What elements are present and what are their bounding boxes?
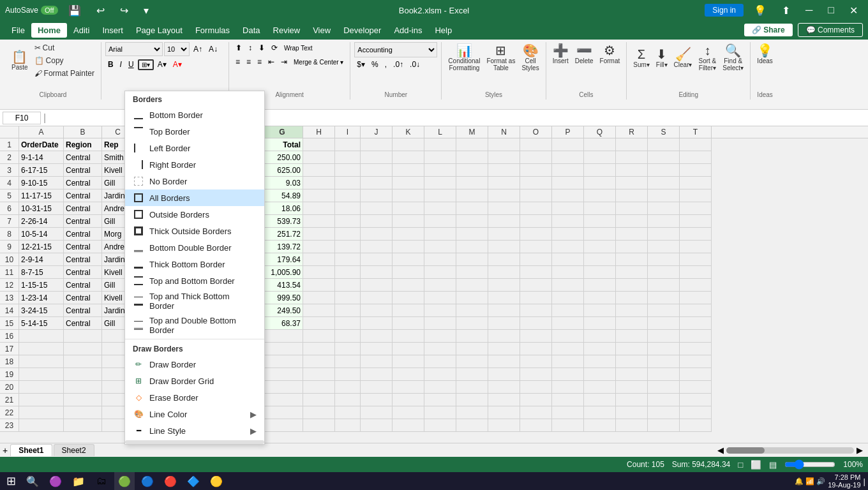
bottom-double-border-item[interactable]: Bottom Double Border [125,239,264,256]
list-item[interactable] [303,177,335,189]
top-double-bottom-border-item[interactable]: Top and Double Bottom Border [125,313,264,338]
list-item[interactable] [648,343,680,355]
borders-button[interactable]: ⊞▾ [138,59,154,70]
taskbar-cortana-icon[interactable]: 🟣 [45,472,66,490]
list-item[interactable] [648,202,680,215]
list-item[interactable] [488,151,520,164]
list-item[interactable] [424,355,456,368]
list-item[interactable] [648,138,680,151]
maximize-button[interactable]: □ [823,3,839,17]
bold-button[interactable]: B [105,59,116,70]
scroll-right-button[interactable]: ▶ [857,445,863,455]
list-item[interactable]: 12-21-15 [19,241,64,253]
list-item[interactable] [488,228,520,241]
list-item[interactable]: 413.54 [262,279,303,292]
list-item[interactable] [303,343,335,355]
list-item[interactable] [552,394,584,406]
list-item[interactable] [520,317,552,330]
list-item[interactable] [424,368,456,381]
list-item[interactable] [552,355,584,368]
list-item[interactable] [303,355,335,368]
list-item[interactable] [680,228,712,241]
list-item[interactable] [335,151,361,164]
list-item[interactable] [680,317,712,330]
list-item[interactable] [19,368,64,381]
row-number-20[interactable]: 20 [0,381,19,394]
list-item[interactable]: Central [64,228,102,241]
list-item[interactable]: Central [64,253,102,266]
col-header-O[interactable]: O [520,126,552,138]
list-item[interactable] [361,177,393,189]
paste-button[interactable]: 📋 Paste [9,48,31,73]
list-item[interactable] [680,355,712,368]
list-item[interactable] [335,317,361,330]
list-item[interactable] [335,406,361,419]
list-item[interactable] [680,266,712,279]
list-item[interactable] [616,215,648,228]
list-item[interactable] [648,177,680,189]
list-item[interactable] [361,189,393,202]
list-item[interactable] [361,228,393,241]
list-item[interactable] [456,304,488,317]
list-item[interactable] [64,343,102,355]
list-item[interactable] [680,241,712,253]
list-item[interactable] [262,343,303,355]
taskbar-file-explorer-icon[interactable]: 📁 [68,472,89,490]
list-item[interactable] [552,368,584,381]
menu-home[interactable]: Home [31,23,67,38]
bottom-border-item[interactable]: Bottom Border [125,107,264,123]
list-item[interactable] [393,304,424,317]
row-number-13[interactable]: 13 [0,292,19,304]
list-item[interactable] [64,368,102,381]
list-item[interactable] [680,394,712,406]
list-item[interactable] [456,266,488,279]
list-item[interactable] [552,151,584,164]
row-number-22[interactable]: 22 [0,406,19,419]
list-item[interactable] [424,151,456,164]
list-item[interactable] [616,304,648,317]
list-item[interactable] [616,253,648,266]
list-item[interactable] [424,189,456,202]
list-item[interactable] [552,202,584,215]
list-item[interactable] [456,355,488,368]
list-item[interactable] [361,343,393,355]
menu-page-layout[interactable]: Page Layout [130,23,189,38]
list-item[interactable] [393,138,424,151]
list-item[interactable] [456,368,488,381]
format-painter-button[interactable]: 🖌 Format Painter [32,68,97,79]
list-item[interactable] [456,292,488,304]
list-item[interactable] [584,419,616,432]
list-item[interactable] [680,164,712,177]
list-item[interactable] [648,279,680,292]
list-item[interactable] [616,177,648,189]
list-item[interactable] [552,330,584,343]
list-item[interactable] [488,406,520,419]
menu-review[interactable]: Review [267,23,307,38]
list-item[interactable]: 251.72 [262,228,303,241]
list-item[interactable]: 2-9-14 [19,253,64,266]
list-item[interactable] [520,215,552,228]
taskbar-powerpoint-icon[interactable]: 🔴 [160,472,181,490]
row-number-1[interactable]: 1 [0,138,19,151]
list-item[interactable] [520,343,552,355]
list-item[interactable] [262,368,303,381]
list-item[interactable] [456,343,488,355]
qs-save-button[interactable]: 💾 [63,3,86,18]
list-item[interactable] [19,419,64,432]
list-item[interactable] [456,253,488,266]
list-item[interactable] [361,394,393,406]
list-item[interactable] [393,215,424,228]
list-item[interactable] [616,381,648,394]
qs-redo-button[interactable]: ↪ [115,3,133,18]
list-item[interactable]: 8-7-15 [19,266,64,279]
list-item[interactable]: Central [64,215,102,228]
list-item[interactable] [648,241,680,253]
percent-button[interactable]: % [369,59,381,70]
list-item[interactable] [19,343,64,355]
list-item[interactable] [616,266,648,279]
col-header-Q[interactable]: Q [584,126,616,138]
list-item[interactable] [584,292,616,304]
list-item[interactable] [680,292,712,304]
list-item[interactable] [361,241,393,253]
start-button[interactable]: ⊞ [3,474,20,488]
